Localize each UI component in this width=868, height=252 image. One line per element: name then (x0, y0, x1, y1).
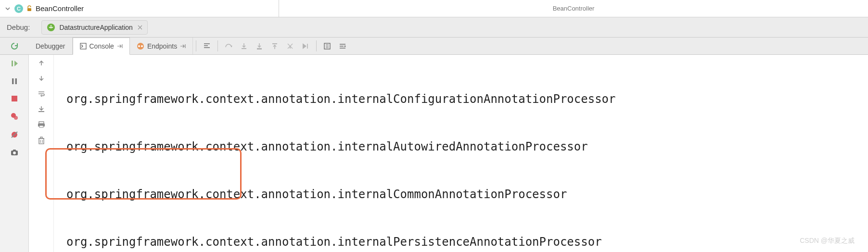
debug-bar: Debug: DatastructureApplication (0, 17, 868, 38)
soft-wrap-icon[interactable] (38, 90, 45, 97)
svg-rect-25 (39, 126, 43, 127)
drop-frame-icon[interactable] (282, 38, 298, 54)
header-left-title: BeanController (36, 4, 84, 13)
pause-icon[interactable] (11, 78, 18, 85)
endpoints-icon (137, 42, 144, 50)
console-line: org.springframework.context.annotation.i… (66, 139, 868, 155)
rerun-gutter (0, 38, 29, 54)
clear-all-icon[interactable] (38, 137, 45, 144)
stop-icon[interactable] (11, 95, 18, 102)
svg-point-4 (138, 45, 140, 47)
close-icon[interactable] (138, 25, 142, 30)
open-in-icon[interactable] (180, 44, 186, 49)
header-right: BeanController (279, 0, 868, 17)
rerun-icon[interactable] (10, 42, 19, 50)
align-left-icon[interactable] (199, 38, 215, 54)
svg-rect-6 (242, 48, 246, 49)
svg-rect-13 (12, 78, 14, 84)
tab-console-label: Console (89, 42, 114, 50)
tab-endpoints-label: Endpoints (147, 42, 177, 50)
watermark-text: CSDN @华夏之威 (800, 237, 855, 245)
run-config-label: DatastructureApplication (59, 24, 133, 31)
spring-boot-icon (47, 23, 55, 32)
svg-rect-23 (39, 122, 44, 124)
svg-rect-12 (12, 61, 13, 66)
chevron-down-icon[interactable] (5, 6, 11, 12)
separator-icon (217, 40, 218, 51)
console-tools-column (29, 55, 54, 252)
mute-breakpoints-icon[interactable] (11, 131, 18, 139)
svg-point-5 (141, 45, 143, 47)
console-line: org.springframework.context.annotation.i… (66, 91, 868, 107)
class-badge-icon: C (14, 4, 23, 13)
svg-rect-15 (12, 96, 17, 101)
svg-point-11 (345, 45, 346, 47)
separator-icon (316, 40, 317, 51)
console-output[interactable]: org.springframework.context.annotation.i… (54, 55, 868, 252)
svg-rect-2 (80, 43, 86, 49)
print-icon[interactable] (38, 121, 45, 128)
debug-label: Debug: (7, 23, 30, 31)
svg-rect-22 (38, 111, 44, 112)
console-line: org.springframework.context.annotation.i… (66, 187, 868, 202)
resume-icon[interactable] (11, 60, 18, 67)
camera-icon[interactable] (11, 149, 18, 156)
console-icon (80, 43, 87, 50)
tab-console[interactable]: Console (73, 38, 130, 55)
separator-icon (196, 40, 196, 51)
tab-debugger[interactable]: Debugger (29, 38, 73, 54)
action-column (0, 55, 29, 252)
scroll-to-end-icon[interactable] (38, 106, 45, 113)
up-arrow-icon[interactable] (38, 60, 45, 66)
header-right-title: BeanController (553, 5, 595, 12)
main-area: org.springframework.context.annotation.i… (0, 55, 868, 252)
tab-endpoints[interactable]: Endpoints (130, 38, 193, 54)
svg-rect-14 (15, 78, 17, 84)
header-left: C BeanController (0, 0, 279, 17)
open-in-icon[interactable] (117, 44, 123, 49)
step-out-icon[interactable] (267, 38, 282, 54)
svg-point-17 (14, 116, 18, 120)
svg-rect-9 (272, 43, 277, 44)
lock-open-icon (26, 5, 33, 12)
svg-rect-26 (39, 139, 44, 144)
trace-icon[interactable] (335, 38, 350, 54)
run-to-cursor-icon[interactable] (298, 38, 313, 54)
step-over-icon[interactable] (221, 38, 236, 54)
header-bar: C BeanController BeanController (0, 0, 868, 17)
console-line: org.springframework.context.annotation.i… (66, 234, 868, 250)
svg-rect-8 (257, 49, 262, 50)
view-breakpoints-icon[interactable] (11, 113, 18, 120)
svg-rect-0 (27, 8, 31, 11)
svg-rect-20 (13, 150, 16, 151)
evaluate-icon[interactable] (319, 38, 335, 54)
down-arrow-icon[interactable] (38, 75, 45, 82)
tools-bar: Debugger Console Endpoints (0, 38, 868, 55)
svg-point-21 (13, 151, 16, 154)
svg-rect-7 (257, 48, 262, 49)
tab-debugger-label: Debugger (36, 42, 65, 50)
step-into-icon[interactable] (236, 38, 252, 54)
run-config-chip[interactable]: DatastructureApplication (41, 20, 148, 35)
force-step-into-icon[interactable] (252, 38, 267, 54)
